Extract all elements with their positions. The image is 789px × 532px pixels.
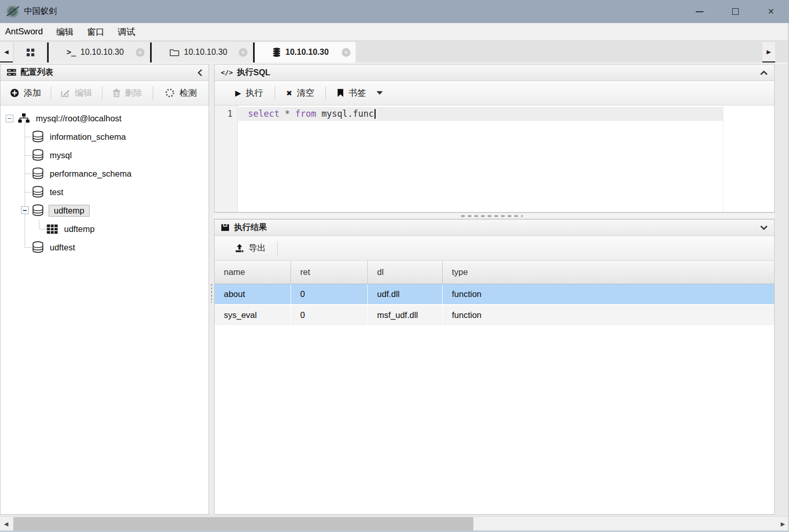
vertical-splitter[interactable] bbox=[209, 64, 214, 515]
scrollbar-right-arrow[interactable]: ▶ bbox=[778, 517, 788, 531]
tab-close-icon[interactable]: ✕ bbox=[239, 48, 247, 57]
tree-item-table[interactable]: udftemp bbox=[1, 220, 209, 238]
sitemap-icon bbox=[18, 113, 30, 123]
delete-button[interactable]: 删除 bbox=[102, 87, 153, 99]
tab-files[interactable]: 10.10.10.30 ✕ bbox=[152, 42, 253, 62]
execute-button-label: 执行 bbox=[246, 87, 263, 99]
text-cursor bbox=[375, 109, 376, 119]
antsword-logo-icon bbox=[7, 6, 18, 17]
bookmark-button-label: 书签 bbox=[348, 87, 366, 99]
collapse-toggle-icon[interactable] bbox=[21, 206, 29, 214]
cell-ret: 0 bbox=[291, 284, 368, 304]
tab-label: 10.10.10.30 bbox=[80, 48, 124, 57]
tree-item-database[interactable]: performance_schema bbox=[1, 164, 209, 183]
database-icon bbox=[32, 186, 44, 198]
chevron-down-icon bbox=[760, 225, 768, 230]
x-icon: ✖ bbox=[286, 89, 293, 97]
tree-item-database-selected[interactable]: udftemp bbox=[1, 201, 209, 220]
terminal-icon: >_ bbox=[67, 48, 76, 57]
sql-keyword: select bbox=[248, 109, 279, 119]
sql-keyword: from bbox=[295, 109, 316, 119]
tree-item-label: udftemp bbox=[64, 224, 95, 234]
tree-item-database[interactable]: mysql bbox=[1, 146, 209, 164]
collapse-toggle-icon[interactable] bbox=[6, 115, 13, 122]
connection-tree: mysql://root@localhost information_schem… bbox=[1, 105, 209, 257]
tab-scroll-left-button[interactable]: ◀ bbox=[0, 42, 13, 62]
menu-item-edit[interactable]: 编辑 bbox=[50, 26, 80, 38]
minimize-button[interactable] bbox=[681, 0, 717, 23]
tree-item-database[interactable]: information_schema bbox=[1, 127, 209, 146]
config-list-icon bbox=[7, 69, 16, 76]
maximize-button[interactable] bbox=[717, 0, 753, 23]
cell-name: sys_eval bbox=[215, 305, 291, 325]
execute-button[interactable]: ▶ 执行 bbox=[224, 87, 275, 99]
delete-button-label: 删除 bbox=[125, 87, 142, 99]
cell-name: about bbox=[215, 284, 291, 304]
results-panel: 执行结果 导出 name ret dl type about 0 udf.dll… bbox=[214, 219, 775, 515]
table-icon bbox=[47, 224, 58, 234]
database-icon bbox=[32, 241, 44, 253]
sql-editor[interactable]: 1 select * from mysql.func bbox=[215, 105, 774, 212]
upload-icon bbox=[235, 244, 244, 252]
tree-item-database[interactable]: test bbox=[1, 183, 209, 201]
close-button[interactable]: ✕ bbox=[753, 0, 789, 23]
tree-item-connection[interactable]: mysql://root@localhost bbox=[1, 109, 209, 127]
sql-panel: </> 执行SQL ▶ 执行 ✖ 清空 书签 1 select * from m… bbox=[214, 64, 775, 212]
edit-button[interactable]: 编辑 bbox=[51, 87, 101, 99]
tab-close-icon[interactable]: ✕ bbox=[342, 48, 350, 57]
tab-scroll-right-button[interactable]: ▶ bbox=[762, 42, 775, 62]
scrollbar-thumb[interactable] bbox=[13, 517, 473, 530]
trash-icon bbox=[113, 89, 120, 97]
tree-item-label: performance_schema bbox=[50, 169, 132, 179]
column-header-dl: dl bbox=[368, 261, 443, 284]
tab-close-icon[interactable]: ✕ bbox=[136, 48, 144, 57]
splitter-grip bbox=[461, 215, 523, 217]
scrollbar-left-arrow[interactable]: ◀ bbox=[1, 517, 11, 531]
add-button-label: 添加 bbox=[24, 87, 41, 99]
scroll-left-icon: ◀ bbox=[4, 49, 8, 55]
check-button[interactable]: 检测 bbox=[153, 87, 209, 99]
sidebar-collapse-button[interactable] bbox=[197, 69, 202, 77]
results-collapse-button[interactable] bbox=[760, 225, 768, 230]
table-header-row: name ret dl type bbox=[215, 261, 774, 284]
config-list-title: 配置列表 bbox=[20, 67, 53, 78]
bookmark-button[interactable]: 书签 bbox=[326, 87, 394, 99]
sql-panel-title: 执行 bbox=[237, 67, 253, 78]
inbox-icon bbox=[221, 224, 230, 231]
cell-dl: udf.dll bbox=[368, 284, 443, 304]
edit-icon bbox=[61, 89, 70, 97]
sql-operator: * bbox=[285, 109, 290, 119]
minimize-icon bbox=[696, 11, 703, 12]
play-icon: ▶ bbox=[235, 89, 241, 98]
caret-down-icon bbox=[377, 91, 383, 95]
clear-button[interactable]: ✖ 清空 bbox=[275, 87, 326, 99]
folder-icon bbox=[170, 49, 179, 56]
tab-terminal[interactable]: >_ 10.10.10.30 ✕ bbox=[49, 42, 150, 62]
spinner-icon bbox=[165, 88, 175, 98]
line-number: 1 bbox=[227, 107, 233, 121]
export-button[interactable]: 导出 bbox=[224, 242, 277, 254]
tab-home[interactable] bbox=[14, 42, 46, 62]
menu-item-debug[interactable]: 调试 bbox=[111, 26, 142, 38]
horizontal-splitter[interactable] bbox=[214, 212, 775, 219]
sql-collapse-button[interactable] bbox=[760, 70, 768, 75]
menubar: AntSword 编辑 窗口 调试 bbox=[0, 23, 789, 41]
tree-item-database[interactable]: udftest bbox=[1, 238, 209, 257]
table-row[interactable]: sys_eval 0 msf_udf.dll function bbox=[215, 305, 774, 326]
table-row-selected[interactable]: about 0 udf.dll function bbox=[215, 284, 774, 305]
add-button[interactable]: 添加 bbox=[1, 87, 51, 99]
horizontal-scrollbar[interactable]: ◀ ▶ bbox=[0, 516, 789, 530]
sql-panel-title-bold: SQL bbox=[253, 68, 270, 77]
tab-database[interactable]: 10.10.10.30 ✕ bbox=[255, 42, 356, 62]
edit-button-label: 编辑 bbox=[75, 87, 92, 99]
menu-item-antsword[interactable]: AntSword bbox=[5, 27, 50, 37]
clear-button-label: 清空 bbox=[297, 87, 314, 99]
menu-item-window[interactable]: 窗口 bbox=[80, 26, 111, 38]
column-header-ret: ret bbox=[291, 261, 368, 284]
tab-separator bbox=[253, 42, 255, 62]
cell-ret: 0 bbox=[291, 305, 368, 325]
tab-label: 10.10.10.30 bbox=[285, 48, 329, 57]
config-toolbar: 添加 编辑 删除 检测 bbox=[1, 81, 209, 105]
toolbar-separator bbox=[277, 242, 278, 255]
results-panel-title: 执行结果 bbox=[234, 222, 267, 233]
